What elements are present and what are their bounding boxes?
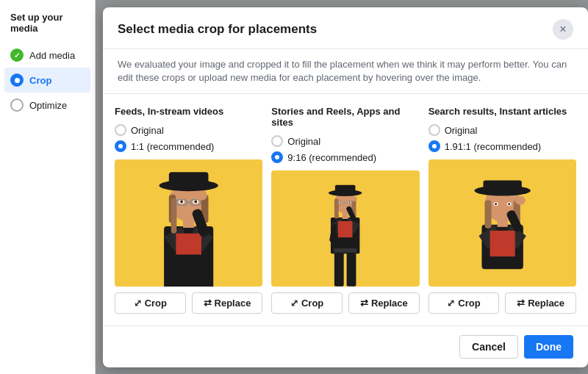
column-title-feeds: Feeds, In-stream videos — [115, 106, 262, 117]
sidebar-title: Set up your media — [0, 12, 95, 43]
sidebar: Set up your media Add media Crop Optimiz… — [0, 0, 96, 374]
radio-label: 9:16 (recommended) — [287, 152, 376, 163]
radio-circle-recommended-stories — [271, 151, 283, 163]
action-buttons-search: ⤢ Crop ⇄ Replace — [429, 292, 576, 314]
action-buttons-stories: ⤢ Crop ⇄ Replace — [271, 292, 419, 314]
svg-rect-8 — [169, 173, 209, 188]
column-title-stories: Stories and Reels, Apps and sites — [271, 106, 419, 128]
svg-point-61 — [514, 196, 525, 205]
svg-rect-53 — [483, 181, 521, 194]
radio-circle-original-stories — [271, 135, 283, 147]
replace-button-stories[interactable]: ⇄ Replace — [348, 292, 420, 314]
crop-label: Crop — [458, 298, 480, 309]
radio-group-stories: Original 9:16 (recommended) — [271, 135, 419, 163]
placement-column-search: Search results, Instant articles Origina… — [424, 106, 576, 314]
radio-group-search: Original 1.91:1 (recommended) — [429, 124, 576, 152]
circle-icon — [10, 98, 24, 112]
radio-label: Original — [287, 136, 320, 147]
radio-recommended-feeds[interactable]: 1:1 (recommended) — [115, 140, 262, 152]
modal-overlay: Select media crop for placements × We ev… — [96, 0, 588, 374]
replace-icon: ⇄ — [360, 298, 368, 309]
radio-original-stories[interactable]: Original — [271, 135, 419, 147]
done-button[interactable]: Done — [524, 335, 573, 359]
placement-column-stories: Stories and Reels, Apps and sites Origin… — [267, 106, 423, 314]
crop-button-feeds[interactable]: ⤢ Crop — [115, 292, 186, 314]
replace-button-feeds[interactable]: ⇄ Replace — [192, 292, 263, 314]
sidebar-item-label: Optimize — [29, 100, 67, 111]
crop-icon: ⤢ — [134, 298, 142, 309]
radio-label: 1.91:1 (recommended) — [445, 141, 542, 152]
svg-point-14 — [180, 201, 183, 204]
sidebar-item-label: Add media — [29, 50, 75, 61]
svg-rect-4 — [176, 234, 201, 255]
svg-point-38 — [349, 202, 351, 204]
radio-group-feeds: Original 1:1 (recommended) — [115, 124, 262, 152]
replace-label: Replace — [215, 298, 251, 309]
svg-rect-49 — [490, 231, 514, 256]
close-button[interactable]: × — [553, 19, 573, 40]
crop-button-search[interactable]: ⤢ Crop — [429, 292, 500, 314]
modal-body: Feeds, In-stream videos Original 1:1 (re… — [103, 94, 588, 326]
placement-column-feeds: Feeds, In-stream videos Original 1:1 (re… — [115, 106, 267, 314]
image-feeds — [115, 159, 262, 287]
radio-recommended-stories[interactable]: 9:16 (recommended) — [271, 151, 419, 163]
image-search — [429, 159, 576, 287]
modal-title: Select media crop for placements — [118, 22, 317, 37]
svg-rect-54 — [484, 201, 491, 229]
svg-point-59 — [508, 204, 510, 206]
crop-icon: ⤢ — [290, 298, 298, 309]
svg-point-20 — [196, 192, 207, 201]
check-icon — [10, 48, 24, 62]
replace-label: Replace — [528, 298, 564, 309]
svg-point-37 — [340, 202, 342, 204]
svg-rect-23 — [347, 251, 356, 287]
svg-rect-22 — [334, 251, 344, 287]
image-placeholder-search — [429, 159, 576, 287]
cancel-button[interactable]: Cancel — [459, 335, 518, 359]
modal: Select media crop for placements × We ev… — [103, 7, 588, 367]
modal-footer: Cancel Done — [103, 326, 588, 367]
sidebar-item-optimize[interactable]: Optimize — [0, 93, 95, 118]
action-buttons-feeds: ⤢ Crop ⇄ Replace — [115, 292, 262, 314]
image-stories — [271, 170, 419, 287]
replace-icon: ⇄ — [517, 298, 525, 309]
active-icon — [10, 73, 24, 87]
radio-recommended-search[interactable]: 1.91:1 (recommended) — [429, 140, 576, 152]
replace-icon: ⇄ — [204, 298, 212, 309]
svg-rect-27 — [338, 221, 353, 237]
radio-circle-original-feeds — [115, 124, 126, 136]
image-placeholder-stories — [271, 170, 419, 287]
replace-button-search[interactable]: ⇄ Replace — [505, 292, 576, 314]
radio-original-search[interactable]: Original — [429, 124, 576, 136]
image-placeholder-feeds — [115, 159, 262, 287]
radio-label: Original — [445, 125, 478, 136]
sidebar-item-add-media[interactable]: Add media — [0, 43, 95, 68]
crop-label: Crop — [301, 298, 323, 309]
crop-icon: ⤢ — [447, 298, 455, 309]
sidebar-item-crop[interactable]: Crop — [4, 68, 90, 93]
svg-point-58 — [495, 204, 497, 206]
radio-label: 1:1 (recommended) — [131, 141, 214, 152]
svg-rect-32 — [335, 185, 356, 195]
radio-circle-recommended-search — [429, 140, 440, 152]
crop-button-stories[interactable]: ⤢ Crop — [271, 292, 343, 314]
radio-original-feeds[interactable]: Original — [115, 124, 262, 136]
modal-description: We evaluated your image and cropped it t… — [103, 49, 588, 94]
sidebar-item-label: Crop — [29, 75, 51, 86]
svg-rect-11 — [171, 198, 177, 234]
column-title-search: Search results, Instant articles — [429, 106, 576, 117]
radio-circle-original-search — [429, 124, 440, 136]
radio-label: Original — [131, 125, 164, 136]
svg-rect-28 — [334, 248, 357, 253]
replace-label: Replace — [371, 298, 408, 309]
radio-circle-recommended-feeds — [115, 140, 126, 152]
svg-point-15 — [194, 201, 197, 204]
svg-point-43 — [351, 196, 357, 201]
crop-label: Crop — [145, 298, 167, 309]
modal-header: Select media crop for placements × — [103, 7, 588, 49]
